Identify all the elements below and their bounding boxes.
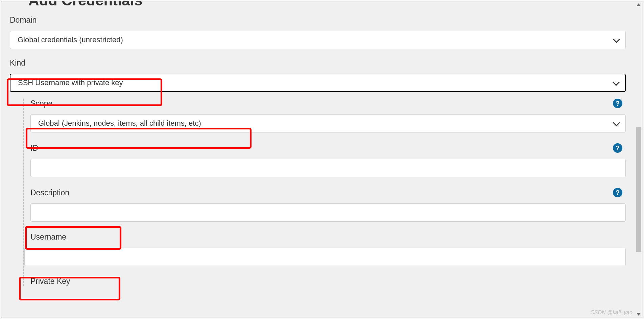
scroll-up-icon[interactable]: [637, 3, 641, 6]
scope-label: Scope: [30, 99, 52, 108]
chevron-down-icon: [613, 81, 619, 85]
kind-nested-fields: Scope ? Global (Jenkins, nodes, items, a…: [23, 99, 626, 286]
kind-select-value: SSH Username with private key: [18, 78, 123, 87]
kind-select[interactable]: SSH Username with private key: [10, 74, 626, 92]
username-input[interactable]: [24, 248, 626, 266]
help-icon[interactable]: ?: [613, 99, 622, 108]
content-area: Add Credentials Domain Global credential…: [1, 1, 643, 318]
private-key-label: Private Key: [30, 277, 70, 286]
description-field-group: Description ?: [24, 188, 626, 222]
id-label-row: ID ?: [30, 143, 626, 153]
domain-field-group: Domain Global credentials (unrestricted): [10, 16, 626, 49]
main-container: Add Credentials Domain Global credential…: [1, 1, 643, 318]
chevron-down-icon: [613, 121, 619, 125]
description-label: Description: [30, 188, 69, 197]
domain-select-value: Global credentials (unrestricted): [18, 35, 123, 44]
private-key-field-group: Private Key: [24, 277, 626, 286]
scope-select[interactable]: Global (Jenkins, nodes, items, all child…: [30, 114, 626, 132]
scroll-down-icon[interactable]: [637, 313, 641, 316]
private-key-label-row: Private Key: [30, 277, 626, 286]
description-input[interactable]: [30, 203, 626, 222]
watermark-text: CSDN @kali_yao: [590, 310, 633, 316]
scope-select-value: Global (Jenkins, nodes, items, all child…: [38, 119, 201, 128]
scope-label-row: Scope ?: [30, 99, 626, 108]
username-label: Username: [30, 232, 66, 242]
scrollbar-track[interactable]: [635, 2, 642, 317]
domain-label: Domain: [10, 16, 626, 25]
page-title: Add Credentials: [1, 1, 634, 12]
id-input[interactable]: [30, 159, 626, 177]
id-field-group: ID ?: [24, 143, 626, 177]
chevron-down-icon: [613, 38, 619, 42]
kind-field-group: Kind SSH Username with private key: [10, 58, 626, 92]
scrollbar-thumb[interactable]: [636, 127, 641, 252]
help-icon[interactable]: ?: [613, 188, 622, 197]
domain-select[interactable]: Global credentials (unrestricted): [10, 31, 626, 49]
username-label-row: Username: [24, 232, 626, 242]
description-label-row: Description ?: [30, 188, 626, 197]
kind-label: Kind: [10, 58, 626, 68]
help-icon[interactable]: ?: [613, 143, 622, 153]
id-label: ID: [30, 144, 38, 153]
scope-field-group: Scope ? Global (Jenkins, nodes, items, a…: [24, 99, 626, 132]
username-field-group: Username: [24, 232, 626, 266]
credentials-form: Domain Global credentials (unrestricted)…: [1, 12, 634, 286]
